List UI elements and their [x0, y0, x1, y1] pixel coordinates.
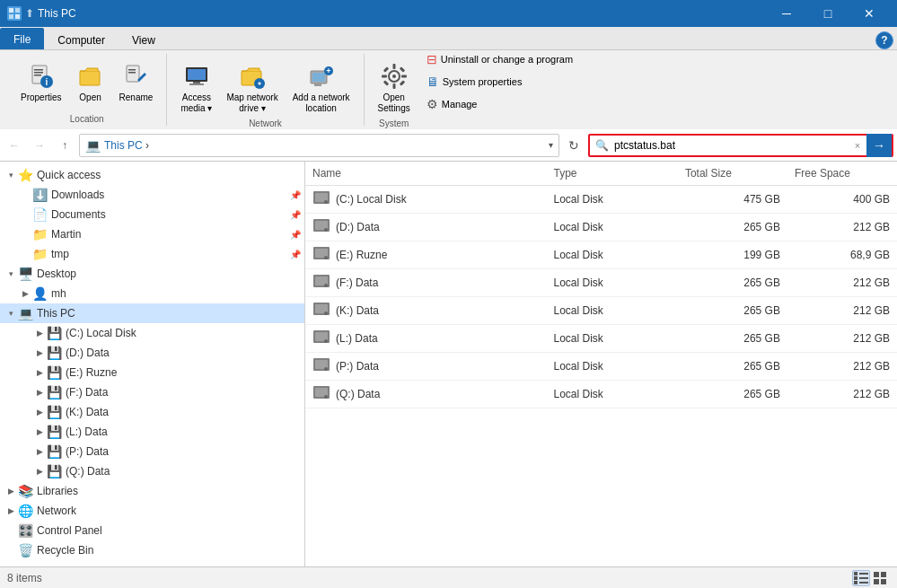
view-large-icons-button[interactable] — [872, 570, 890, 586]
table-row[interactable]: (Q:) Data Local Disk 265 GB 212 GB — [305, 381, 897, 408]
system-props-label: System properties — [443, 76, 523, 87]
l-drive-toggle: ▶ — [32, 425, 47, 439]
search-icon: 🔍 — [590, 139, 614, 152]
svg-rect-31 — [383, 66, 388, 72]
open-settings-button[interactable]: OpenSettings — [372, 57, 417, 118]
address-path: This PC › — [104, 139, 545, 152]
drives-table: Name Type Total Size Free Space (C:) Loc… — [305, 162, 897, 408]
svg-rect-3 — [15, 14, 20, 19]
sidebar-item-l-drive[interactable]: ▶ 💾 (L:) Data — [0, 422, 304, 442]
k-drive-toggle: ▶ — [32, 405, 47, 419]
search-input[interactable] — [614, 139, 849, 152]
svg-rect-7 — [34, 75, 41, 76]
table-row[interactable]: (D:) Data Local Disk 265 GB 212 GB — [305, 214, 897, 241]
documents-toggle — [18, 207, 32, 222]
sidebar-item-martin[interactable]: 📁 Martin 📌 — [0, 224, 304, 244]
table-row[interactable]: (F:) Data Local Disk 265 GB 212 GB — [305, 269, 897, 297]
back-button[interactable]: ← — [4, 135, 25, 156]
system-properties-button[interactable]: 🖥 System properties — [420, 72, 579, 92]
uninstall-icon: ⊟ — [427, 52, 437, 66]
sidebar-item-downloads[interactable]: ⬇️ Downloads 📌 — [0, 185, 304, 205]
sidebar-item-tmp[interactable]: 📁 tmp 📌 — [0, 244, 304, 264]
tab-computer[interactable]: Computer — [44, 30, 119, 49]
tab-view[interactable]: View — [119, 30, 169, 49]
sidebar-item-f-drive[interactable]: ▶ 💾 (F:) Data — [0, 382, 304, 402]
svg-point-46 — [324, 284, 328, 287]
table-row[interactable]: (K:) Data Local Disk 265 GB 212 GB — [305, 297, 897, 325]
search-clear-button[interactable]: × — [849, 136, 866, 154]
svg-rect-1 — [15, 8, 20, 13]
drive-icon — [312, 245, 330, 265]
col-header-name[interactable]: Name — [305, 162, 546, 186]
address-dropdown-icon[interactable]: ▾ — [549, 140, 553, 150]
svg-point-26 — [392, 75, 396, 78]
drive-name: (C:) Local Disk — [336, 193, 407, 206]
properties-button[interactable]: i Properties — [14, 57, 68, 108]
window-icon — [7, 6, 22, 21]
access-media-button[interactable]: Accessmedia ▾ — [174, 57, 218, 118]
tab-file[interactable]: File — [0, 28, 44, 49]
title-bar-title: This PC — [38, 7, 76, 20]
sidebar-item-d-drive[interactable]: ▶ 💾 (D:) Data — [0, 343, 304, 363]
drive-type: Local Disk — [546, 297, 677, 325]
address-box[interactable]: 💻 This PC › ▾ — [79, 134, 559, 157]
rename-button[interactable]: Rename — [113, 57, 160, 108]
close-button[interactable]: ✕ — [849, 0, 890, 27]
sidebar-item-mh[interactable]: ▶ 👤 mh — [0, 284, 304, 303]
search-go-button[interactable]: → — [866, 134, 892, 157]
forward-button[interactable]: → — [29, 135, 50, 156]
sidebar-item-e-drive[interactable]: ▶ 💾 (E:) Ruzne — [0, 363, 304, 382]
sidebar-section-desktop[interactable]: ▾ 🖥️ Desktop — [0, 264, 304, 284]
sidebar-section-network[interactable]: ▶ 🌐 Network — [0, 501, 304, 521]
drive-type: Local Disk — [546, 353, 677, 381]
refresh-button[interactable]: ↻ — [563, 135, 585, 156]
view-details-button[interactable] — [852, 570, 870, 586]
help-button[interactable]: ? — [875, 31, 893, 49]
recycle-bin-icon: 🗑️ — [18, 543, 33, 557]
sidebar-item-k-drive[interactable]: ▶ 💾 (K:) Data — [0, 402, 304, 422]
col-header-type[interactable]: Type — [546, 162, 677, 186]
sidebar-section-recycle-bin[interactable]: 🗑️ Recycle Bin — [0, 540, 304, 560]
control-panel-toggle — [4, 523, 18, 538]
drive-type: Local Disk — [546, 269, 677, 297]
map-network-button[interactable]: Map networkdrive ▾ — [220, 57, 284, 118]
minimize-button[interactable]: ─ — [766, 0, 807, 27]
manage-button[interactable]: ⚙ Manage — [420, 94, 579, 114]
this-pc-toggle: ▾ — [4, 306, 18, 320]
svg-rect-12 — [128, 69, 136, 71]
table-row[interactable]: (E:) Ruzne Local Disk 199 GB 68,9 GB — [305, 241, 897, 269]
sidebar-item-q-drive[interactable]: ▶ 💾 (Q:) Data — [0, 461, 304, 481]
table-row[interactable]: (L:) Data Local Disk 265 GB 212 GB — [305, 325, 897, 353]
uninstall-button[interactable]: ⊟ Uninstall or change a program — [420, 49, 579, 69]
sidebar-item-c-drive[interactable]: ▶ 💾 (C:) Local Disk — [0, 323, 304, 343]
svg-text:i: i — [45, 77, 48, 87]
network-toggle: ▶ — [4, 504, 18, 518]
up-button[interactable]: ↑ — [54, 135, 75, 156]
this-pc-breadcrumb[interactable]: This PC — [104, 139, 143, 152]
svg-rect-34 — [399, 66, 404, 72]
drive-icon — [312, 189, 330, 209]
sidebar-item-documents[interactable]: 📄 Documents 📌 — [0, 205, 304, 224]
e-drive-toggle: ▶ — [32, 365, 47, 380]
sidebar-item-p-drive[interactable]: ▶ 💾 (P:) Data — [0, 442, 304, 461]
k-drive-label: (K:) Data — [66, 406, 301, 418]
table-row[interactable]: (C:) Local Disk Local Disk 475 GB 400 GB — [305, 186, 897, 214]
sidebar-item-this-pc[interactable]: ▾ 💻 This PC — [0, 303, 304, 323]
col-header-free-space[interactable]: Free Space — [787, 162, 897, 186]
f-drive-label: (F:) Data — [66, 386, 301, 399]
c-drive-label: (C:) Local Disk — [66, 327, 301, 339]
sidebar-section-control-panel[interactable]: 🎛️ Control Panel — [0, 521, 304, 540]
drive-free-space: 212 GB — [787, 381, 897, 408]
col-header-total-size[interactable]: Total Size — [678, 162, 787, 186]
maximize-button[interactable]: □ — [807, 0, 849, 27]
svg-rect-10 — [80, 71, 100, 85]
add-network-button[interactable]: + Add a networklocation — [286, 57, 356, 118]
sidebar-section-libraries[interactable]: ▶ 📚 Libraries — [0, 481, 304, 501]
downloads-toggle — [18, 188, 32, 202]
table-row[interactable]: (P:) Data Local Disk 265 GB 212 GB — [305, 353, 897, 381]
quick-access-label: Quick access — [37, 169, 301, 181]
libraries-label: Libraries — [37, 485, 301, 497]
open-button[interactable]: Open — [70, 57, 111, 108]
sidebar-section-quick-access[interactable]: ▾ ⭐ Quick access — [0, 165, 304, 185]
content-pane: Name Type Total Size Free Space (C:) Loc… — [305, 162, 897, 566]
